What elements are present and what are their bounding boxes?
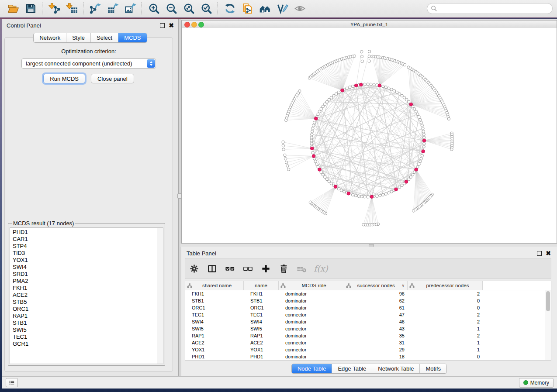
style-editor-button[interactable] [273, 1, 291, 16]
table-cell: RAP1 [185, 332, 244, 339]
mcds-list-scrollbar[interactable] [157, 228, 163, 364]
zoom-selected-icon [201, 3, 212, 14]
save-session-button[interactable] [22, 1, 39, 16]
column-header-successor-nodes[interactable]: successor nodes∨ [344, 281, 408, 290]
mcds-result-item[interactable]: YOX1 [10, 257, 163, 264]
table-cell: 18 [344, 353, 408, 360]
optimization-criterion-select[interactable]: largest connected component (undirected) [21, 58, 156, 69]
zoom-selected-button[interactable] [197, 1, 215, 16]
task-history-button[interactable] [6, 378, 18, 387]
split-panel-button[interactable] [203, 264, 221, 274]
table-cell: 0 [408, 353, 483, 360]
frame-close-button[interactable] [184, 22, 190, 28]
mcds-result-item[interactable]: TEC1 [10, 334, 163, 340]
table-row[interactable]: SWI5SWI5connector431 [185, 325, 551, 332]
tab-select[interactable]: Select [90, 33, 118, 42]
import-network-button[interactable] [45, 1, 63, 16]
export-table-button[interactable] [104, 1, 121, 16]
table-panel-close-button[interactable]: ✖ [546, 251, 551, 255]
status-bar: Memory [2, 376, 557, 389]
select-all-button[interactable] [221, 264, 239, 274]
table-cell: PHD1 [185, 353, 244, 360]
table-row[interactable]: ACE2ACE2connector311 [185, 339, 551, 346]
close-panel-button[interactable]: Close panel [91, 74, 134, 83]
mcds-result-item[interactable]: STB5 [10, 299, 163, 306]
combo-stepper-icon [147, 59, 155, 68]
mcds-result-item[interactable]: TID3 [10, 250, 163, 257]
vertical-splitter[interactable] [178, 19, 181, 376]
column-settings-button[interactable] [185, 264, 203, 274]
table-tab-edge-table[interactable]: Edge Table [332, 364, 372, 373]
table-row[interactable]: FKH1FKH1dominator962 [185, 290, 551, 297]
table-row[interactable]: RAP1RAP1dominator352 [185, 332, 551, 339]
table-tab-node-table[interactable]: Node Table [292, 364, 332, 373]
table-row[interactable]: PHD1PHD1dominator180 [185, 353, 551, 360]
run-mcds-button[interactable]: Run MCDS [43, 74, 85, 83]
show-hide-graphics-button[interactable] [291, 1, 308, 16]
horizontal-splitter[interactable] [180, 244, 557, 247]
network-overview-button[interactable] [256, 1, 273, 16]
table-cell: 29 [344, 346, 408, 353]
open-file-button[interactable] [4, 1, 22, 16]
column-header-shared-name[interactable]: shared name [185, 281, 244, 290]
mcds-result-item[interactable]: RAP1 [10, 313, 163, 320]
tab-style[interactable]: Style [66, 33, 90, 42]
tab-network[interactable]: Network [34, 33, 66, 42]
list-menu-icon [9, 379, 15, 386]
table-scrollbar-thumb[interactable] [546, 291, 550, 311]
column-header-MCDS-role[interactable]: MCDS role [279, 281, 344, 290]
export-network-button[interactable] [86, 1, 104, 16]
mcds-result-item[interactable]: STB1 [10, 320, 163, 327]
mcds-result-item[interactable]: CAR1 [10, 236, 163, 243]
table-row[interactable]: TEC1TEC1connector472 [185, 311, 551, 318]
delete-column-button[interactable] [275, 264, 293, 274]
network-nodes[interactable] [282, 50, 453, 226]
mcds-result-item[interactable]: STP4 [10, 243, 163, 250]
tab-mcds[interactable]: MCDS [118, 33, 146, 42]
mcds-result-item[interactable]: FKH1 [10, 285, 163, 292]
control-panel-close-button[interactable]: ✖ [169, 23, 174, 28]
new-network-from-selection-button[interactable] [239, 1, 256, 16]
table-cell: dominator [279, 304, 344, 311]
control-panel-float-button[interactable] [160, 23, 165, 28]
mcds-result-item[interactable]: SWI4 [10, 264, 163, 271]
zoom-fit-button[interactable] [180, 1, 197, 16]
table-cell: YOX1 [185, 346, 244, 353]
table-cell: SWI4 [185, 318, 244, 325]
zoom-in-button[interactable] [145, 1, 163, 16]
table-cell: 61 [344, 304, 408, 311]
network-canvas[interactable] [182, 28, 557, 243]
mcds-result-item[interactable]: GCR1 [10, 340, 163, 347]
table-tab-network-table[interactable]: Network Table [372, 364, 419, 373]
deselect-all-icon [243, 264, 253, 274]
deselect-all-button[interactable] [239, 264, 257, 274]
search-input[interactable] [427, 3, 553, 14]
table-row[interactable]: SWI4SWI4dominator462 [185, 318, 551, 325]
table-tab-motifs[interactable]: Motifs [419, 364, 446, 373]
frame-minimize-button[interactable] [191, 22, 197, 28]
column-header-predecessor-nodes[interactable]: predecessor nodes [408, 281, 483, 290]
mcds-result-item[interactable]: SWI5 [10, 327, 163, 334]
import-table-button[interactable] [63, 1, 80, 16]
table-row[interactable]: STB1STB1dominator620 [185, 297, 551, 304]
mcds-result-item[interactable]: PMA2 [10, 278, 163, 285]
refresh-button[interactable] [221, 1, 239, 16]
mcds-result-item[interactable]: ORC1 [10, 306, 163, 313]
table-row[interactable]: ORC1ORC1dominator610 [185, 304, 551, 311]
table-cell: connector [279, 311, 344, 318]
show-hide-graphics-icon [294, 3, 306, 14]
column-type-icon [280, 283, 286, 288]
export-image-button[interactable] [121, 1, 139, 16]
table-scrollbar[interactable] [545, 290, 551, 360]
table-row[interactable]: YOX1YOX1connector291 [185, 346, 551, 353]
table-cell: 1 [408, 339, 483, 346]
mcds-result-item[interactable]: SRD1 [10, 271, 163, 278]
table-panel-float-button[interactable] [537, 251, 542, 256]
mcds-result-item[interactable]: ACE2 [10, 292, 163, 299]
frame-maximize-button[interactable] [198, 22, 204, 28]
memory-button[interactable]: Memory [519, 378, 554, 388]
zoom-out-button[interactable] [163, 1, 180, 16]
mcds-result-item[interactable]: PHD1 [10, 229, 163, 236]
column-header-name[interactable]: name [244, 281, 279, 290]
add-column-button[interactable] [257, 264, 275, 274]
